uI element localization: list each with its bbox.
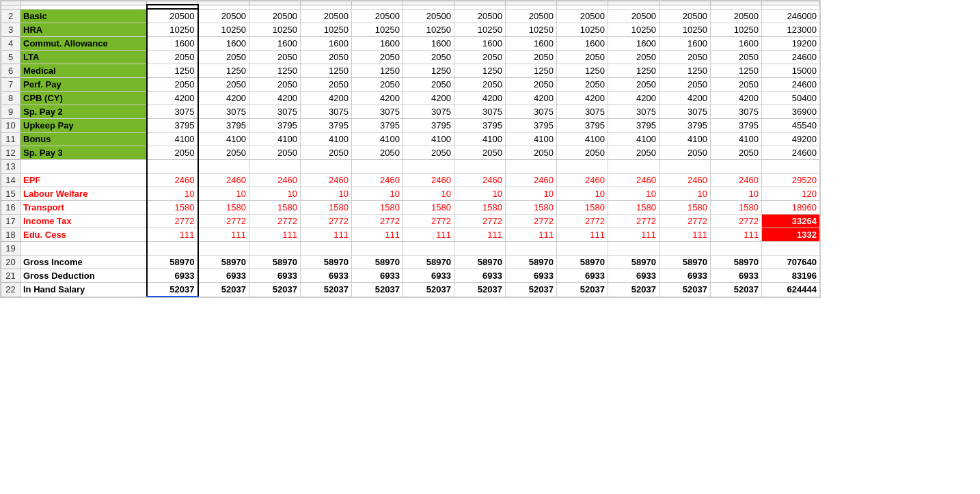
- item-label: Upkeep Pay: [21, 119, 147, 133]
- cell-value: [403, 242, 454, 256]
- cell-value: 58970: [608, 256, 659, 269]
- cell-value: 4100: [403, 133, 454, 146]
- cell-value: 1332: [762, 228, 820, 242]
- cell-value: [557, 242, 608, 256]
- item-label: Edu. Cess: [21, 228, 147, 242]
- cell-value: 24600: [762, 51, 820, 64]
- cell-value: 111: [249, 228, 301, 242]
- cell-value: [147, 160, 198, 174]
- cell-value: 2050: [659, 78, 711, 92]
- cell-value: 4200: [403, 92, 454, 105]
- cell-value: 6933: [557, 269, 608, 283]
- row-num-6: 6: [1, 64, 21, 78]
- cell-value: 2772: [249, 215, 301, 228]
- cell-value: 2050: [659, 51, 711, 64]
- cell-value: 2460: [249, 174, 301, 187]
- cell-value: 707640: [762, 256, 820, 269]
- cell-value: 2050: [198, 146, 249, 160]
- cell-value: 20500: [198, 9, 249, 23]
- cell-value: 3795: [198, 119, 249, 133]
- cell-value: 2050: [249, 146, 301, 160]
- cell-value: 2050: [454, 78, 506, 92]
- cell-value: [352, 242, 403, 256]
- cell-value: 52037: [659, 283, 711, 297]
- cell-value: 52037: [198, 283, 249, 297]
- cell-value: 2050: [403, 51, 454, 64]
- cell-value: 6933: [403, 269, 454, 283]
- row-num-19: 19: [1, 242, 21, 256]
- cell-value: 2050: [147, 146, 198, 160]
- table-row: 9Sp. Pay 2307530753075307530753075307530…: [1, 105, 820, 119]
- cell-value: 111: [147, 228, 198, 242]
- cell-value: 2050: [557, 78, 608, 92]
- cell-value: 20500: [454, 9, 506, 23]
- cell-value: 2050: [352, 78, 403, 92]
- cell-value: 3075: [711, 105, 762, 119]
- row-num-5: 5: [1, 51, 21, 64]
- item-label: HRA: [21, 23, 147, 37]
- cell-value: 4100: [659, 133, 711, 146]
- cell-value: 1600: [506, 37, 557, 51]
- cell-value: 58970: [403, 256, 454, 269]
- row-num-8: 8: [1, 92, 21, 105]
- cell-value: 3075: [147, 105, 198, 119]
- cell-value: 20500: [711, 9, 762, 23]
- cell-value: 58970: [557, 256, 608, 269]
- cell-value: [762, 242, 820, 256]
- cell-value: 10: [506, 187, 557, 201]
- cell-value: 20500: [147, 9, 198, 23]
- cell-value: 2050: [711, 78, 762, 92]
- cell-value: 18960: [762, 201, 820, 215]
- cell-value: 1250: [506, 64, 557, 78]
- cell-value: 10: [301, 187, 352, 201]
- cell-value: 1600: [403, 37, 454, 51]
- table-row: 12Sp. Pay 320502050205020502050205020502…: [1, 146, 820, 160]
- cell-value: [249, 160, 301, 174]
- cell-value: 4200: [608, 92, 659, 105]
- table-row: 18Edu. Cess11111111111111111111111111111…: [1, 228, 820, 242]
- item-label: Medical: [21, 64, 147, 78]
- cell-value: 10: [403, 187, 454, 201]
- cell-value: 1250: [301, 64, 352, 78]
- item-label: Gross Deduction: [21, 269, 147, 283]
- cell-value: 1250: [557, 64, 608, 78]
- cell-value: 20500: [301, 9, 352, 23]
- item-label: EPF: [21, 174, 147, 187]
- cell-value: 1600: [711, 37, 762, 51]
- cell-value: 1580: [454, 201, 506, 215]
- cell-value: 111: [301, 228, 352, 242]
- cell-value: 19200: [762, 37, 820, 51]
- cell-value: 52037: [454, 283, 506, 297]
- cell-value: 33264: [762, 215, 820, 228]
- cell-value: 2050: [506, 51, 557, 64]
- cell-value: 49200: [762, 133, 820, 146]
- cell-value: [454, 242, 506, 256]
- cell-value: 2050: [608, 51, 659, 64]
- cell-value: 1250: [403, 64, 454, 78]
- cell-value: 624444: [762, 283, 820, 297]
- row-num-2: 2: [1, 9, 21, 23]
- row-num-20: 20: [1, 256, 21, 269]
- cell-value: 1250: [249, 64, 301, 78]
- cell-value: 4200: [711, 92, 762, 105]
- cell-value: 3795: [608, 119, 659, 133]
- cell-value: 3795: [659, 119, 711, 133]
- cell-value: 10250: [249, 23, 301, 37]
- cell-value: 2050: [659, 146, 711, 160]
- row-num-17: 17: [1, 215, 21, 228]
- cell-value: 50400: [762, 92, 820, 105]
- cell-value: 1580: [711, 201, 762, 215]
- cell-value: 2050: [608, 78, 659, 92]
- cell-value: 52037: [557, 283, 608, 297]
- cell-value: 120: [762, 187, 820, 201]
- cell-value: 3075: [506, 105, 557, 119]
- cell-value: 2772: [403, 215, 454, 228]
- cell-value: 10250: [711, 23, 762, 37]
- row-num-12: 12: [1, 146, 21, 160]
- cell-value: 1250: [711, 64, 762, 78]
- cell-value: 4200: [506, 92, 557, 105]
- cell-value: [198, 242, 249, 256]
- cell-value: 4100: [352, 133, 403, 146]
- table-row: 20Gross Income58970589705897058970589705…: [1, 256, 820, 269]
- row-num-13: 13: [1, 160, 21, 174]
